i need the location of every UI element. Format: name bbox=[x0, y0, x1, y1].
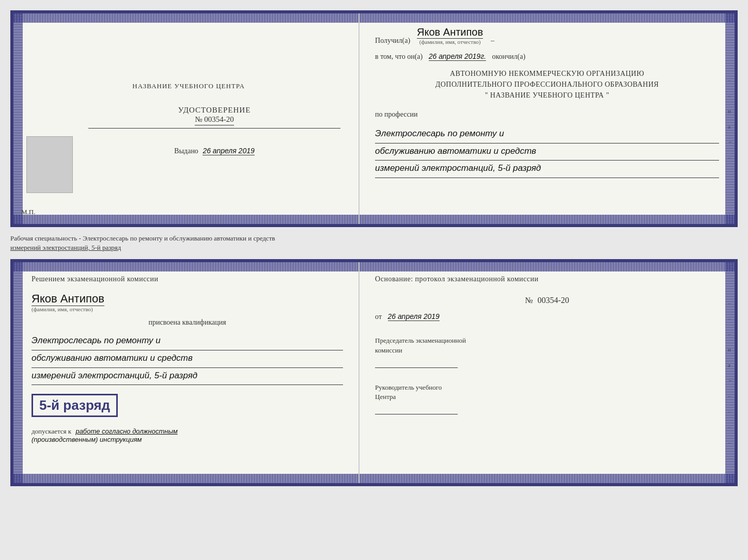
cert-bottom-right: Основание: протокол экзаменационной коми… bbox=[360, 262, 735, 483]
rukovoditel-line1: Руководитель учебного bbox=[375, 383, 442, 391]
fio-label-bottom: (фамилия, имя, отчество) bbox=[32, 306, 343, 312]
margin-dash-2: – bbox=[728, 92, 734, 99]
vydano-date: 26 апреля 2019 bbox=[202, 147, 254, 155]
rukovoditel-title: Руководитель учебного Центра bbox=[375, 383, 719, 402]
margin-dash-3: – bbox=[728, 154, 734, 161]
margin-i: и bbox=[728, 108, 734, 114]
rukovoditel-block: Руководитель учебного Центра bbox=[375, 383, 719, 414]
profession-line2: обслуживанию автоматики и средств bbox=[375, 143, 719, 161]
cert-top-left: НАЗВАНИЕ УЧЕБНОГО ЦЕНТРА УДОСТОВЕРЕНИЕ №… bbox=[13, 13, 360, 224]
ot-label: от bbox=[375, 313, 382, 321]
bottom-margin-dash-4: – bbox=[728, 393, 734, 399]
predsedatel-signature-line bbox=[375, 358, 458, 368]
bottom-margin-dash-6: – bbox=[728, 424, 734, 430]
bottom-margin-i: и bbox=[728, 346, 734, 353]
org-line3: " НАЗВАНИЕ УЧЕБНОГО ЦЕНТРА " bbox=[375, 90, 719, 101]
cert-bottom-left: Решением экзаменационной комиссии Яков А… bbox=[13, 262, 360, 483]
predsedatel-line2: комиссии bbox=[375, 346, 402, 354]
protocol-num: № 00354-20 bbox=[375, 296, 719, 305]
org-line2: ДОПОЛНИТЕЛЬНОГО ПРОФЕССИОНАЛЬНОГО ОБРАЗО… bbox=[375, 79, 719, 90]
bottom-margin-dash-7: – bbox=[728, 439, 734, 445]
prisvoena-text: присвоена квалификация bbox=[32, 318, 343, 327]
separator-text: Рабочая специальность - Электрослесарь п… bbox=[10, 231, 738, 255]
ot-line: от 26 апреля 2019 bbox=[375, 312, 719, 321]
dopuskaetsya-prefix: допускается к bbox=[32, 427, 71, 435]
profession-line1: Электрослесарь по ремонту и bbox=[375, 126, 719, 143]
dopuskaetsya-block: допускается к работе согласно должностны… bbox=[32, 427, 343, 444]
poluchil-label: Получил(а) bbox=[375, 37, 410, 45]
num-label: № bbox=[525, 296, 533, 305]
separator-line1: Рабочая специальность - Электрослесарь п… bbox=[10, 234, 738, 243]
predsedatel-line1: Председатель экзаменационной bbox=[375, 337, 466, 344]
poluchil-line: Получил(а) Яков Антипов (фамилия, имя, о… bbox=[375, 26, 719, 45]
profession-block: Электрослесарь по ремонту и обслуживанию… bbox=[375, 126, 719, 178]
bottom-right-margin-labels: – – – и а ← – – – – bbox=[728, 300, 734, 445]
qual-line1: Электрослесарь по ремонту и bbox=[32, 333, 343, 350]
rank-text: 5-й разряд bbox=[39, 397, 110, 413]
dopuskaetsya-text: работе согласно должностным bbox=[75, 427, 177, 435]
profession-line3: измерений электростанций, 5-й разряд bbox=[375, 161, 719, 178]
org-line1: АВТОНОМНУЮ НЕКОММЕРЧЕСКУЮ ОРГАНИЗАЦИЮ bbox=[375, 68, 719, 79]
resheniem-text: Решением экзаменационной комиссии bbox=[32, 275, 343, 283]
osnovanie-text: Основание: протокол экзаменационной коми… bbox=[375, 275, 719, 283]
po-professii: по профессии bbox=[375, 110, 719, 119]
udostoverenie-block: УДОСТОВЕРЕНИЕ № 00354-20 bbox=[178, 106, 251, 125]
separator-line2: измерений электростанций, 5-й разряд bbox=[10, 243, 738, 252]
bottom-margin-a: а bbox=[728, 362, 734, 368]
dash-top: – bbox=[491, 37, 494, 45]
bottom-margin-dash-5: – bbox=[728, 408, 734, 414]
v-tom-line: в том, что он(а) 26 апреля 2019г. окончи… bbox=[375, 52, 719, 61]
photo-placeholder bbox=[26, 136, 73, 193]
predsedatel-title: Председатель экзаменационной комиссии bbox=[375, 336, 719, 355]
page-wrapper: НАЗВАНИЕ УЧЕБНОГО ЦЕНТРА УДОСТОВЕРЕНИЕ №… bbox=[10, 10, 738, 486]
cert-top-right: Получил(а) Яков Антипов (фамилия, имя, о… bbox=[360, 13, 735, 224]
school-name-top: НАЗВАНИЕ УЧЕБНОГО ЦЕНТРА bbox=[132, 82, 244, 90]
fio-label-top: (фамилия, имя, отчество) bbox=[417, 39, 483, 45]
poluchil-name: Яков Антипов bbox=[417, 26, 483, 39]
margin-dash-1: – bbox=[728, 77, 734, 83]
rukovoditel-line2: Центра bbox=[375, 393, 396, 401]
ot-date: 26 апреля 2019 bbox=[388, 312, 440, 321]
v-tom-date: 26 апреля 2019г. bbox=[429, 52, 486, 61]
org-block: АВТОНОМНУЮ НЕКОММЕРЧЕСКУЮ ОРГАНИЗАЦИЮ ДО… bbox=[375, 68, 719, 101]
certificate-top: НАЗВАНИЕ УЧЕБНОГО ЦЕНТРА УДОСТОВЕРЕНИЕ №… bbox=[10, 10, 738, 227]
udostoverenie-title: УДОСТОВЕРЕНИЕ bbox=[178, 106, 251, 115]
vydano-line: Выдано 26 апреля 2019 bbox=[174, 147, 254, 155]
bottom-margin-dash-2: – bbox=[728, 315, 734, 322]
v-tom-prefix: в том, что он(а) bbox=[375, 53, 423, 60]
margin-left: ← bbox=[728, 139, 734, 145]
bottom-margin-left: ← bbox=[728, 377, 734, 383]
right-margin-labels: – – и а ← – bbox=[728, 77, 734, 161]
divider bbox=[88, 128, 340, 129]
udostoverenie-num: № 00354-20 bbox=[195, 115, 234, 125]
bottom-name-block: Яков Антипов (фамилия, имя, отчество) bbox=[32, 290, 343, 312]
rukovoditel-signature-line bbox=[375, 404, 458, 414]
qual-line2: обслуживанию автоматики и средств bbox=[32, 350, 343, 368]
num-value: 00354-20 bbox=[538, 296, 569, 305]
rank-badge-container: 5-й разряд bbox=[32, 391, 343, 417]
rank-badge: 5-й разряд bbox=[32, 394, 118, 417]
okonchil-label: окончил(а) bbox=[492, 53, 525, 60]
qualification-block: Электрослесарь по ремонту и обслуживанию… bbox=[32, 333, 343, 385]
bottom-name: Яков Антипов bbox=[32, 292, 104, 306]
margin-a: а bbox=[728, 123, 734, 130]
bottom-margin-dash-1: – bbox=[728, 300, 734, 306]
vydano-label: Выдано bbox=[174, 147, 198, 155]
dopuskaetsya-text2: (производственным) инструкциям bbox=[32, 436, 142, 443]
bottom-margin-dash-3: – bbox=[728, 331, 734, 337]
mp-label: М.П. bbox=[21, 208, 35, 216]
qual-line3: измерений электростанций, 5-й разряд bbox=[32, 368, 343, 386]
predsedatel-block: Председатель экзаменационной комиссии bbox=[375, 336, 719, 367]
certificate-bottom: Решением экзаменационной комиссии Яков А… bbox=[10, 259, 738, 486]
